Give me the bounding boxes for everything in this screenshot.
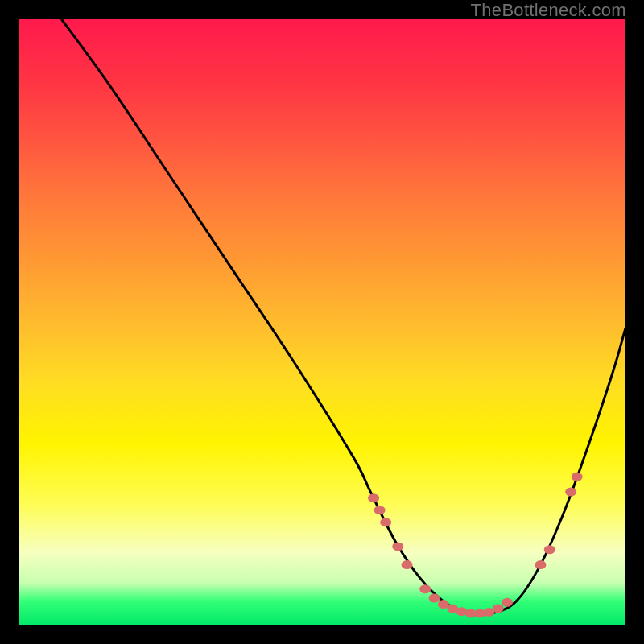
marker-dot bbox=[565, 488, 576, 497]
marker-dot bbox=[502, 598, 513, 607]
marker-dot bbox=[535, 560, 546, 569]
chart-svg bbox=[19, 19, 625, 625]
curve-line bbox=[61, 19, 625, 615]
marker-dot bbox=[419, 584, 431, 593]
marker-dot bbox=[368, 493, 379, 502]
marker-dot bbox=[374, 506, 386, 514]
marker-dot bbox=[572, 473, 583, 481]
bottleneck-curve bbox=[61, 19, 625, 615]
marker-dot bbox=[428, 594, 440, 603]
marker-dot bbox=[402, 560, 413, 569]
marker-dot bbox=[493, 604, 504, 613]
watermark-text: TheBottleneck.com bbox=[471, 0, 626, 21]
marker-dot bbox=[380, 518, 391, 526]
marker-dot bbox=[392, 542, 403, 551]
marker-dot bbox=[544, 545, 555, 554]
chart-container: TheBottleneck.com bbox=[0, 0, 644, 644]
